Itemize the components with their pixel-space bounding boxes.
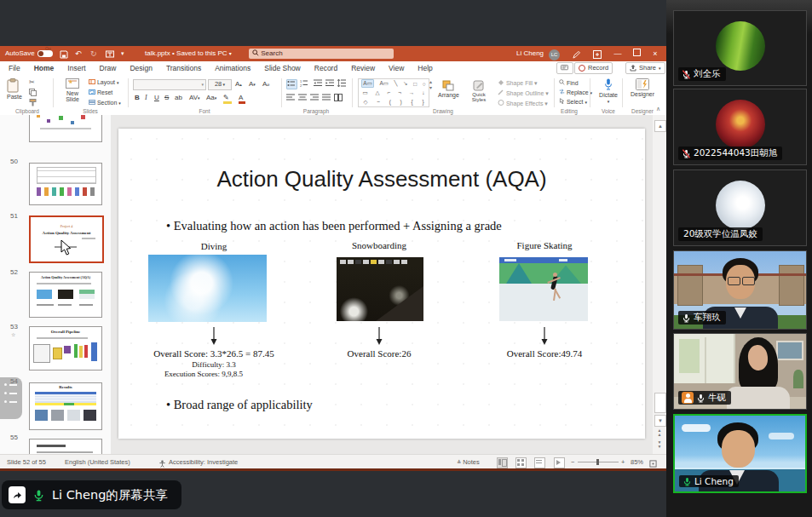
document-title[interactable]: talk.pptx • Saved to this PC ▾ [145,46,232,61]
language-status[interactable]: English (United States) [65,455,130,469]
example-label-diving[interactable]: Diving [171,241,256,251]
decrease-indent-icon[interactable] [314,79,322,88]
find-button[interactable]: Find [559,79,579,86]
record-button[interactable]: Record [574,62,613,74]
slide-52-canvas[interactable]: Action Quality Assessment (AQA) Evaluati… [118,129,645,439]
autosave-toggle[interactable]: AutoSaveOn [5,46,53,61]
new-slide-button[interactable]: New Slide [60,78,85,102]
comments-button[interactable] [556,62,573,74]
shape-gallery-item[interactable]: } [422,99,423,105]
character-spacing-button[interactable]: AV▾ [189,94,200,101]
accessibility-status[interactable]: Accessibility: Investigate [169,455,238,469]
slide-thumbnail-50[interactable] [29,163,102,205]
participant-tile[interactable]: 牛砚 [673,333,807,410]
view-reading-icon[interactable] [534,457,545,468]
quick-styles-button[interactable]: Quick Styles [467,80,491,102]
diving-overall-score[interactable]: Overall Score: 3.3*26.5 = 87.45 [129,348,299,359]
align-left-icon[interactable] [286,94,295,102]
slide-bullet-2[interactable]: Broad range of applicability [166,398,313,412]
dictate-button[interactable]: Dictate▾ [596,78,620,104]
shape-gallery-item[interactable]: ↘ [403,80,407,87]
shape-gallery-item[interactable]: ◇ [363,99,367,106]
autosave-switch[interactable]: On [37,50,53,57]
justify-icon[interactable] [322,94,331,102]
figure-skating-image[interactable] [499,257,588,321]
shape-effects-button[interactable]: Shape Effects ▾ [498,100,548,107]
participant-tile[interactable]: 车翔玖 [673,250,807,330]
align-center-icon[interactable] [298,94,307,102]
shrink-font-icon[interactable]: A▾ [249,80,256,88]
slide-bullet-1[interactable]: Evaluating how an action has been perfor… [166,219,502,233]
section-button[interactable]: Section ▾ [89,100,121,106]
view-slideshow-icon[interactable] [554,457,565,468]
clear-formatting-icon[interactable]: A⌀ [262,80,269,88]
shape-outline-button[interactable]: Shape Outline ▾ [498,89,549,97]
zoom-level[interactable]: 85% [631,455,643,469]
slide-thumbnail-49[interactable] [29,115,102,142]
italic-button[interactable]: I [145,94,147,101]
underline-button[interactable]: U [154,94,159,101]
slide-title[interactable]: Action Quality Assessment (AQA) [118,166,645,192]
increase-indent-icon[interactable] [325,79,334,88]
slide-thumbnail-52[interactable]: Action Quality Assessment (AQA) [29,272,102,318]
share-button[interactable]: Share▾ [625,62,665,74]
next-slide-button[interactable]: ▼▼ [654,440,665,451]
shape-fill-button[interactable]: Shape Fill ▾ [498,79,538,87]
layout-button[interactable]: Layout ▾ [89,79,118,85]
font-name-box[interactable]: ▾ [133,79,206,90]
text-shadow-button[interactable]: ab [175,94,182,101]
scroll-up-icon[interactable]: ▲ [654,120,666,132]
zoom-slider-thumb[interactable] [596,459,599,465]
shape-gallery-item[interactable]: ( [389,99,391,105]
strikethrough-button[interactable]: S [164,94,169,101]
change-case-button[interactable]: Aa▾ [206,94,216,101]
diving-image[interactable] [148,255,267,322]
zoom-in-icon[interactable]: + [621,455,625,469]
shape-gallery-item[interactable]: A▭ [361,79,373,88]
restore-button[interactable] [629,46,644,61]
shape-gallery-scroll[interactable]: ▴▾ [429,78,432,90]
shape-gallery-item[interactable]: □ [413,81,417,87]
minimize-button[interactable]: — [610,46,625,61]
grow-font-icon[interactable]: A▴ [235,80,242,88]
slide-thumbnail-53[interactable]: Overall Pipeline [29,326,102,371]
bullets-button[interactable] [286,79,297,89]
participant-tile-active-speaker[interactable]: Li Cheng [673,414,807,493]
reset-button[interactable]: Reset [89,89,112,95]
shape-gallery-item[interactable]: → [409,89,415,95]
collapse-ribbon-icon[interactable]: ∧ [656,106,660,112]
replace-button[interactable]: Replace ▾ [559,89,592,95]
screen-share-banner[interactable]: Li Cheng的屏幕共享 [2,480,181,509]
participant-tile[interactable]: 刘全乐 [673,10,807,86]
font-size-box[interactable]: 28 ▾ [208,79,232,90]
line-spacing-icon[interactable] [337,79,346,88]
shape-gallery-item[interactable]: ╲ [394,80,398,87]
shape-gallery-item[interactable]: △ [376,89,380,96]
shape-gallery-item[interactable]: ~ [377,99,380,105]
participant-tile[interactable]: 20级双学位温凤姣 [673,169,807,246]
numbering-button[interactable]: 12 [300,79,308,88]
undo-icon[interactable]: ↶ [75,46,82,61]
close-button[interactable]: × [648,46,663,61]
annotation-toolbar-handle[interactable] [0,377,22,419]
slide-thumbnail-54[interactable]: Results [29,382,102,430]
arrange-button[interactable]: Arrange [438,80,459,98]
bold-button[interactable]: B [135,94,140,101]
copy-icon[interactable] [29,89,37,97]
view-slide-sorter-icon[interactable] [515,457,527,468]
snowboarding-image[interactable] [337,257,423,321]
shape-gallery-item[interactable]: ▭ [362,89,367,96]
shape-gallery-item[interactable]: A▭ [379,80,388,87]
shape-gallery-item[interactable]: ↓ [422,89,424,95]
search-box[interactable]: Search [249,49,394,59]
font-color-button[interactable]: A [239,94,245,104]
designer-button[interactable]: Designer [627,78,658,97]
shape-gallery-item[interactable]: ○ [423,81,426,87]
redo-icon[interactable]: ↻ [90,46,97,61]
format-painter-icon[interactable] [29,99,37,107]
columns-icon[interactable] [334,94,343,102]
quick-access-more-icon[interactable]: ▾ [121,46,124,61]
example-label-figure-skating[interactable]: Figure Skating [493,240,596,250]
figure-skating-overall-score[interactable]: Overall Score:49.74 [485,348,604,359]
shape-gallery-item[interactable]: { [412,99,413,105]
